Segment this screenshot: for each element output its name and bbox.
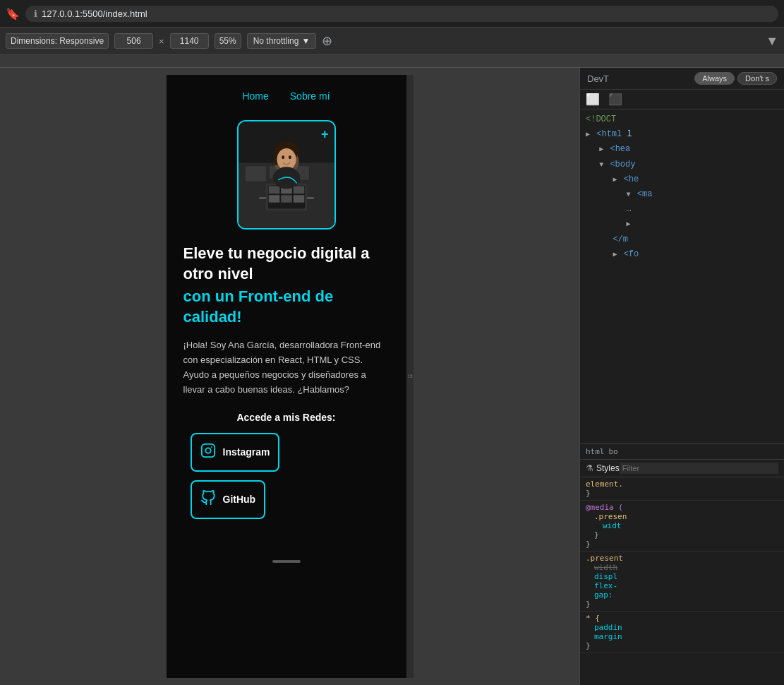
selector-present: .present [586, 554, 623, 563]
info-icon: ℹ [34, 8, 37, 19]
throttle-button[interactable]: No throttling ▼ [247, 33, 317, 49]
resize-dots: ⠿ [406, 374, 414, 380]
content-area: Home Sobre mí [0, 68, 784, 685]
prop-gap: gap: [594, 590, 613, 600]
dom-line-html[interactable]: ▶ <html l [580, 127, 784, 142]
dimensions-select[interactable]: Dimensions: Responsive [6, 33, 109, 49]
svg-rect-12 [281, 195, 292, 203]
svg-rect-10 [293, 186, 304, 194]
expand-triangle[interactable]: ▶ [627, 220, 631, 228]
github-icon [200, 490, 216, 509]
svg-point-20 [272, 167, 300, 189]
prop-flex: flex- [594, 581, 617, 590]
dom-line-head[interactable]: ▶ <hea [580, 142, 784, 157]
dom-line-he[interactable]: ▶ <he [580, 172, 784, 187]
hero-headline-white: Eleve tu negocio digital a otro nivel [183, 244, 390, 284]
styles-header: ⚗ Styles [580, 460, 784, 477]
styles-filter-input[interactable] [620, 463, 778, 474]
console-panel-icon[interactable]: ⬛ [608, 93, 622, 106]
more-button[interactable]: ▼ [766, 34, 778, 49]
always-button[interactable]: Always [694, 72, 735, 85]
body-tag: <body [610, 160, 635, 169]
svg-rect-8 [268, 186, 279, 194]
browser-chrome: 🔖 ℹ 127.0.0.1:5500/index.html Dimensions… [0, 0, 784, 68]
instagram-label: Instagram [223, 446, 270, 458]
html-attr: l [627, 129, 632, 139]
dom-tree[interactable]: <!DOCT ▶ <html l ▶ <hea ▼ <body ▶ < [580, 109, 784, 443]
svg-point-22 [205, 448, 210, 453]
dimensions-group: Dimensions: Responsive [6, 33, 109, 49]
github-label: GitHub [223, 494, 256, 505]
bottom-panel: html bo [580, 443, 784, 459]
dom-line-body[interactable]: ▼ <body [580, 157, 784, 172]
media-selector: .presen [594, 512, 627, 521]
github-button[interactable]: GitHub [191, 480, 266, 519]
hero-plus-icon: + [321, 127, 329, 142]
width-input[interactable] [114, 33, 153, 49]
mobile-scroll-handle [167, 554, 406, 568]
svg-rect-11 [268, 195, 279, 203]
prop-margin: margin [594, 632, 622, 641]
selector-element: element. [586, 480, 623, 489]
style-rule-media: @media ( .presen widt } } [580, 501, 784, 552]
instagram-icon [200, 443, 216, 462]
html-triangle[interactable]: ▶ [586, 131, 590, 138]
svg-rect-13 [293, 195, 304, 203]
fo-triangle[interactable]: ▶ [613, 251, 617, 258]
selector-star: * { [586, 614, 600, 623]
media-prop: widt [603, 521, 622, 530]
dom-line-ellipsis: … [580, 202, 784, 217]
breadcrumb-html[interactable]: html [586, 447, 605, 456]
style-rule-star: * { paddin margin } [580, 612, 784, 653]
breadcrumb-body[interactable]: bo [609, 447, 618, 456]
body-triangle[interactable]: ▼ [599, 161, 603, 169]
tab-bar: 🔖 ℹ 127.0.0.1:5500/index.html [0, 0, 784, 27]
dom-line-close-m: </m [580, 232, 784, 247]
ma-triangle[interactable]: ▼ [627, 191, 631, 198]
style-rule-present: .present width displ flex- gap: } [580, 552, 784, 612]
elements-panel-icon[interactable]: ⬜ [586, 93, 600, 106]
hero-image-wrap: + [167, 113, 406, 244]
address-bar[interactable]: ℹ 127.0.0.1:5500/index.html [25, 6, 778, 22]
he-triangle[interactable]: ▶ [613, 176, 617, 184]
devtools-toolbar: Dimensions: Responsive × 55% No throttli… [0, 27, 784, 55]
head-tag: <hea [610, 144, 630, 154]
zoom-select[interactable]: 55% [215, 33, 241, 49]
hero-section: Eleve tu negocio digital a otro nivel co… [167, 244, 406, 554]
page-viewport: Home Sobre mí [0, 68, 579, 685]
height-input[interactable] [170, 33, 209, 49]
head-triangle[interactable]: ▶ [599, 145, 603, 153]
throttle-label: No throttling [253, 36, 299, 46]
social-heading: Accede a mis Redes: [183, 412, 390, 423]
dont-button[interactable]: Don't s [737, 72, 777, 85]
network-icon[interactable]: ⊕ [322, 33, 332, 49]
doctype-text: <!DOCT [586, 114, 616, 124]
throttle-arrow: ▼ [301, 36, 310, 46]
handle-bar [272, 560, 301, 563]
devtools-icons-row: ⬜ ⬛ [580, 90, 784, 109]
dom-line-fo[interactable]: ▶ <fo [580, 247, 784, 262]
devtools-panel: DevT Always Don't s ⬜ ⬛ <!DOCT ▶ <html l [579, 68, 784, 685]
svg-point-18 [282, 155, 284, 159]
instagram-button[interactable]: Instagram [191, 433, 280, 472]
mobile-preview[interactable]: Home Sobre mí [167, 75, 406, 678]
style-rule-element: element. } [580, 477, 784, 501]
dom-line-expand[interactable]: ▶ [580, 217, 784, 232]
bookmark-icon[interactable]: 🔖 [6, 7, 20, 20]
nav-home[interactable]: Home [242, 90, 268, 102]
hero-headline-cyan: con un Front-end de calidad! [183, 287, 390, 327]
svg-rect-2 [245, 166, 265, 181]
breadcrumb-row: html bo [586, 447, 778, 456]
devtools-header: DevT Always Don't s [580, 68, 784, 90]
nav-sobre-mi[interactable]: Sobre mí [290, 90, 330, 102]
svg-rect-21 [201, 443, 214, 456]
devtools-title: DevT [587, 73, 609, 84]
resize-handle[interactable]: ⠿ [406, 75, 414, 678]
styles-panel: ⚗ Styles element. } @media ( .presen wid… [580, 459, 784, 685]
ma-tag: <ma [637, 189, 653, 199]
ruler [0, 55, 784, 68]
ellipsis-text: … [627, 204, 632, 214]
prop-displ: displ [594, 572, 617, 581]
he-tag: <he [624, 174, 639, 184]
dom-line-ma[interactable]: ▼ <ma [580, 187, 784, 202]
